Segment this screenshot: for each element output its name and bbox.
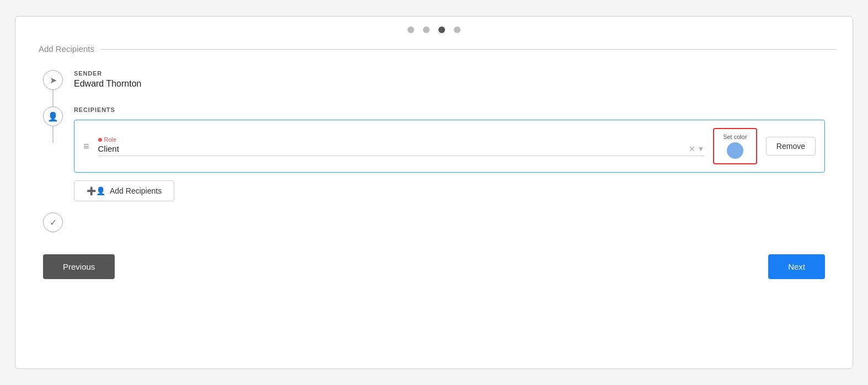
step-dot-3: [438, 26, 445, 33]
send-icon: ➤: [50, 75, 57, 85]
check-icon-col: ✓: [43, 212, 63, 232]
recipients-timeline-line: [52, 126, 53, 143]
color-circle: [727, 142, 743, 159]
set-color-label: Set color: [723, 133, 747, 140]
nav-area: Previous Next: [15, 243, 853, 279]
recipients-label: RECIPIENTS: [74, 106, 825, 113]
add-recipients-button[interactable]: ➕👤 Add Recipients: [74, 180, 174, 201]
role-dropdown-arrow-icon[interactable]: ▼: [698, 145, 704, 153]
set-color-box[interactable]: Set color: [713, 128, 757, 164]
drag-handle-icon[interactable]: ≡: [83, 141, 89, 152]
modal-container: Add Recipients ➤ SENDER Edward Thornton: [15, 16, 853, 369]
role-clear-icon[interactable]: ✕: [689, 145, 695, 153]
person-icon: 👤: [47, 111, 58, 122]
sender-name: Edward Thornton: [74, 79, 825, 89]
role-field-wrapper: Role Client ✕ ▼: [98, 136, 704, 156]
sender-timeline-item: ➤ SENDER Edward Thornton: [43, 70, 825, 106]
recipient-row: ≡ Role Client ✕ ▼: [74, 120, 825, 173]
previous-button[interactable]: Previous: [43, 254, 115, 279]
check-circle: ✓: [43, 212, 63, 232]
sender-icon-col: ➤: [43, 70, 63, 106]
step-dot-4: [454, 26, 460, 33]
timeline: ➤ SENDER Edward Thornton 👤: [43, 70, 825, 232]
check-icon: ✓: [50, 217, 57, 228]
sender-timeline-line: [52, 90, 53, 106]
recipients-circle: 👤: [43, 106, 63, 126]
content-area: ➤ SENDER Edward Thornton 👤: [15, 54, 853, 243]
recipients-icon-col: 👤: [43, 106, 63, 143]
next-button[interactable]: Next: [768, 254, 825, 279]
add-recipients-label: Add Recipients: [110, 186, 162, 195]
sender-content: SENDER Edward Thornton: [74, 70, 825, 100]
section-header-line: [32, 49, 836, 50]
role-value: Client: [98, 144, 689, 153]
check-content: [74, 212, 825, 223]
role-select-wrapper[interactable]: Client ✕ ▼: [98, 144, 704, 156]
section-title: Add Recipients: [32, 44, 101, 54]
sender-label: SENDER: [74, 70, 825, 77]
section-header: Add Recipients: [32, 44, 836, 54]
role-label: Role: [98, 136, 704, 143]
add-person-icon: ➕👤: [87, 186, 105, 195]
step-dots: [15, 17, 853, 39]
check-timeline-item: ✓: [43, 212, 825, 232]
remove-button[interactable]: Remove: [766, 137, 816, 156]
step-dot-2: [423, 26, 430, 33]
recipients-timeline-item: 👤 RECIPIENTS ≡: [43, 106, 825, 212]
recipients-content: RECIPIENTS ≡ Role: [74, 106, 825, 212]
sender-circle: ➤: [43, 70, 63, 90]
step-dot-1: [408, 26, 414, 33]
role-label-text: Role: [104, 136, 117, 143]
role-required-dot: [98, 138, 102, 142]
page-wrapper: Add Recipients ➤ SENDER Edward Thornton: [0, 0, 868, 385]
